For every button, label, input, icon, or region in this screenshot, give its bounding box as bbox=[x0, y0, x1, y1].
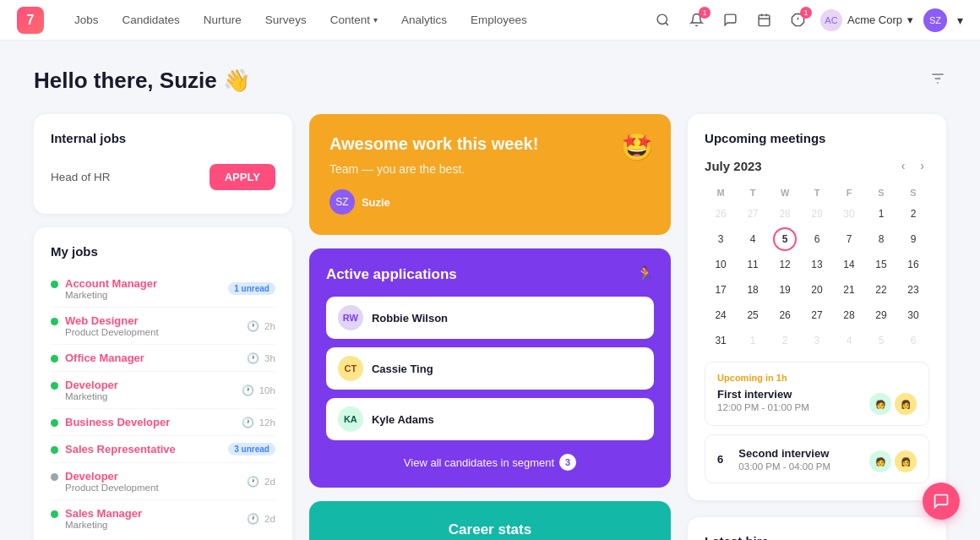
meeting-2-avatar-2: 👩 bbox=[895, 450, 917, 472]
meeting-1-avatar-1: 🧑 bbox=[869, 393, 891, 415]
candidate-row[interactable]: RW Robbie Wilson bbox=[326, 297, 654, 339]
job-right: 🕐12h bbox=[242, 417, 275, 428]
view-all-button[interactable]: View all candidates in segment 3 bbox=[326, 449, 654, 471]
calendar-day[interactable]: 4 bbox=[837, 329, 861, 352]
calendar-day[interactable]: 14 bbox=[837, 253, 861, 276]
awesome-user: SZ Suzie bbox=[329, 189, 651, 215]
nav-nurture[interactable]: Nurture bbox=[193, 8, 252, 31]
nav-employees[interactable]: Employees bbox=[460, 8, 537, 31]
company-selector[interactable]: AC Acme Corp ▾ bbox=[820, 9, 913, 31]
calendar-day[interactable]: 26 bbox=[709, 202, 732, 226]
calendar-icon[interactable] bbox=[753, 8, 776, 32]
calendar-day[interactable]: 2 bbox=[901, 202, 925, 226]
nav-content[interactable]: Content ▾ bbox=[320, 8, 388, 31]
calendar-day[interactable]: 17 bbox=[709, 278, 732, 302]
awesome-avatar: SZ bbox=[329, 189, 355, 215]
calendar-day[interactable]: 20 bbox=[805, 278, 829, 302]
calendar-day[interactable]: 26 bbox=[773, 303, 797, 327]
nav-surveys[interactable]: Surveys bbox=[255, 8, 317, 31]
nav-candidates[interactable]: Candidates bbox=[112, 8, 190, 31]
job-name[interactable]: Developer bbox=[65, 470, 159, 483]
calendar-day[interactable]: 21 bbox=[837, 278, 861, 302]
search-icon[interactable] bbox=[651, 8, 675, 32]
calendar-day[interactable]: 13 bbox=[805, 253, 829, 276]
calendar-day[interactable]: 12 bbox=[773, 253, 797, 276]
calendar-day[interactable]: 27 bbox=[741, 202, 765, 226]
latest-hire-title: Latest hire bbox=[705, 534, 929, 540]
meeting-card-2: 6 Second interview 03:00 PM - 04:00 PM 🧑… bbox=[705, 434, 929, 483]
calendar-day[interactable]: 30 bbox=[901, 303, 925, 327]
right-column: Upcoming meetings July 2023 ‹ › MTWTFSS2… bbox=[688, 114, 946, 540]
calendar-day[interactable]: 10 bbox=[709, 253, 732, 276]
chat-icon[interactable] bbox=[719, 8, 743, 32]
calendar-day[interactable]: 5 bbox=[869, 329, 893, 352]
internal-jobs-card: Internal jobs Head of HR APPLY bbox=[34, 114, 292, 214]
calendar-day[interactable]: 27 bbox=[805, 303, 829, 327]
job-name[interactable]: Sales Manager bbox=[65, 507, 142, 520]
calendar-day[interactable]: 23 bbox=[901, 278, 925, 302]
job-list-item: Office Manager 🕐3h bbox=[51, 345, 275, 372]
calendar-day[interactable]: 6 bbox=[805, 227, 829, 251]
job-time: 2d bbox=[264, 514, 275, 524]
job-name[interactable]: Account Manager bbox=[65, 277, 157, 290]
candidate-row[interactable]: KA Kyle Adams bbox=[326, 398, 654, 440]
job-left: Office Manager bbox=[51, 352, 144, 364]
filter-icon[interactable] bbox=[929, 70, 946, 91]
calendar-day[interactable]: 3 bbox=[709, 227, 732, 251]
job-info: Sales Manager Marketing bbox=[65, 507, 142, 530]
calendar-day[interactable]: 2 bbox=[773, 329, 797, 352]
job-name[interactable]: Business Developer bbox=[65, 416, 170, 428]
job-name[interactable]: Office Manager bbox=[65, 352, 144, 364]
calendar-day[interactable]: 9 bbox=[901, 227, 925, 251]
job-list-item: Web Designer Product Development 🕐2h bbox=[51, 308, 275, 345]
calendar-day[interactable]: 24 bbox=[709, 303, 732, 327]
meeting-2-avatar-1: 🧑 bbox=[869, 450, 891, 472]
notifications-icon[interactable]: 1 bbox=[685, 8, 709, 32]
calendar-day[interactable]: 31 bbox=[709, 329, 732, 352]
user-avatar[interactable]: SZ bbox=[923, 8, 947, 32]
job-name[interactable]: Developer bbox=[65, 379, 118, 391]
calendar-day[interactable]: 4 bbox=[741, 227, 765, 251]
status-dot bbox=[51, 355, 58, 363]
calendar-day[interactable]: 15 bbox=[869, 253, 893, 276]
company-name: Acme Corp bbox=[847, 14, 902, 26]
alerts-icon[interactable]: 1 bbox=[787, 8, 810, 32]
calendar-day[interactable]: 6 bbox=[901, 329, 925, 352]
job-name[interactable]: Sales Representative bbox=[65, 443, 176, 455]
calendar-day[interactable]: 29 bbox=[869, 303, 893, 327]
page-title: Hello there, Suzie 👋 bbox=[34, 68, 250, 94]
calendar-day[interactable]: 25 bbox=[741, 303, 765, 327]
candidate-name: Cassie Ting bbox=[372, 363, 433, 375]
meeting-2-time: 03:00 PM - 04:00 PM bbox=[738, 461, 861, 472]
nav-right: 1 1 AC Acme Corp ▾ SZ ▾ bbox=[651, 8, 963, 32]
calendar-day[interactable]: 16 bbox=[901, 253, 925, 276]
job-info: Developer Marketing bbox=[65, 379, 118, 401]
chat-bubble-button[interactable] bbox=[923, 483, 960, 520]
calendar-day[interactable]: 28 bbox=[773, 202, 797, 226]
job-right: 🕐2h bbox=[247, 320, 275, 332]
calendar-prev[interactable]: ‹ bbox=[896, 157, 911, 174]
calendar-day[interactable]: 18 bbox=[741, 278, 765, 302]
calendar-day[interactable]: 19 bbox=[773, 278, 797, 302]
calendar-day[interactable]: 29 bbox=[805, 202, 829, 226]
app-logo[interactable]: 7 bbox=[17, 7, 44, 34]
apply-button[interactable]: APPLY bbox=[210, 164, 275, 190]
unread-badge: 3 unread bbox=[228, 443, 275, 455]
calendar-next[interactable]: › bbox=[915, 157, 929, 174]
calendar-day[interactable]: 11 bbox=[741, 253, 765, 276]
calendar-day[interactable]: 22 bbox=[869, 278, 893, 302]
candidate-row[interactable]: CT Cassie Ting bbox=[326, 347, 654, 390]
calendar-day[interactable]: 3 bbox=[805, 329, 829, 352]
calendar-day[interactable]: 30 bbox=[837, 202, 861, 226]
calendar-day[interactable]: 1 bbox=[869, 202, 893, 226]
calendar-day[interactable]: 8 bbox=[869, 227, 893, 251]
calendar-day[interactable]: 7 bbox=[837, 227, 861, 251]
calendar-day[interactable]: 5 bbox=[773, 227, 797, 251]
nav-analytics[interactable]: Analytics bbox=[391, 8, 457, 31]
calendar-day[interactable]: 28 bbox=[837, 303, 861, 327]
job-name[interactable]: Web Designer bbox=[65, 314, 159, 327]
job-left: Developer Product Development bbox=[51, 470, 159, 493]
nav-jobs[interactable]: Jobs bbox=[64, 8, 109, 31]
calendar-day[interactable]: 1 bbox=[741, 329, 765, 352]
svg-point-0 bbox=[658, 14, 667, 24]
